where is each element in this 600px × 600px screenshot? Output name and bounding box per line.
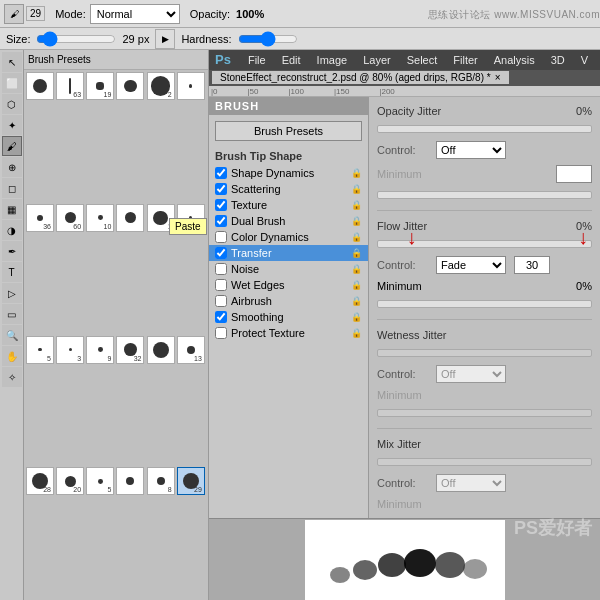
pen-tool[interactable]: ✒ [2,241,22,261]
brush-cell[interactable] [116,72,144,100]
mode-select[interactable]: Normal [90,4,180,24]
magic-wand-tool[interactable]: ✦ [2,115,22,135]
brush-cell[interactable]: 19 [86,72,114,100]
menu-3d[interactable]: 3D [548,54,568,66]
brush-cell[interactable] [177,72,205,100]
menu-select[interactable]: Select [404,54,441,66]
brush-cell[interactable]: 10 [86,204,114,232]
brush-item-checkbox-8[interactable] [215,295,227,307]
flow-control-select[interactable]: Fade [436,256,506,274]
wetness-control-row: Control: Off [377,365,592,383]
menu-filter[interactable]: Filter [450,54,480,66]
opacity-minimum-input[interactable] [556,165,592,183]
doc-tab[interactable]: StoneEffect_reconstruct_2.psd @ 80% (age… [211,70,510,85]
flow-fade-input[interactable] [514,256,550,274]
lasso-tool[interactable]: ⬡ [2,94,22,114]
ruler-mark-150: |150 [334,87,349,96]
hand-tool[interactable]: ✋ [2,346,22,366]
brush-cell[interactable] [116,467,144,495]
brush-cell[interactable] [147,336,175,364]
menu-edit[interactable]: Edit [279,54,304,66]
wetness-minimum-slider[interactable] [377,409,592,417]
brush-cell[interactable]: 8 [147,467,175,495]
brush-cell[interactable]: 20 [56,467,84,495]
type-tool[interactable]: T [2,262,22,282]
brush-cell[interactable]: 36 [26,204,54,232]
brush-list-item-smoothing[interactable]: Smoothing🔒 [209,309,368,325]
brush-cell[interactable]: 63 [56,72,84,100]
brush-list-item-scattering[interactable]: Scattering🔒 [209,181,368,197]
brush-cell[interactable]: 5 [26,336,54,364]
brush-item-checkbox-5[interactable] [215,247,227,259]
gradient-tool[interactable]: ▦ [2,199,22,219]
brush-cell[interactable]: 13 [177,336,205,364]
flow-minimum-slider[interactable] [377,300,592,308]
opacity-minimum-slider[interactable] [377,191,592,199]
path-select-tool[interactable]: ▷ [2,283,22,303]
mix-minimum-row: Minimum [377,498,592,510]
dodge-tool[interactable]: ◑ [2,220,22,240]
divider-1 [377,210,592,211]
brush-list-item-texture[interactable]: Texture🔒 [209,197,368,213]
brush-item-checkbox-0[interactable] [215,167,227,179]
brush-item-checkbox-3[interactable] [215,215,227,227]
brush-cell[interactable] [116,204,144,232]
brush-cell[interactable]: 28 [26,467,54,495]
brush-item-label-7: Wet Edges [231,279,285,291]
menu-layer[interactable]: Layer [360,54,394,66]
wetness-control-select[interactable]: Off [436,365,506,383]
wetness-jitter-label: Wetness Jitter [377,329,467,341]
mix-slider[interactable] [377,458,592,466]
brush-cell[interactable]: 9 [86,336,114,364]
wetness-slider[interactable] [377,349,592,357]
eyedropper-tool[interactable]: ✧ [2,367,22,387]
brush-list-item-protect-texture[interactable]: Protect Texture🔒 [209,325,368,341]
hardness-slider[interactable] [238,34,298,44]
brush-cell[interactable]: 3 [56,336,84,364]
brush-cell[interactable] [26,72,54,100]
brush-list-item-noise[interactable]: Noise🔒 [209,261,368,277]
menu-image[interactable]: Image [314,54,351,66]
marquee-tool[interactable]: ⬜ [2,73,22,93]
opacity-jitter-slider[interactable] [377,125,592,133]
brush-item-checkbox-2[interactable] [215,199,227,211]
brush-item-lock-1: 🔒 [351,184,362,194]
brush-item-checkbox-9[interactable] [215,311,227,323]
brush-item-checkbox-7[interactable] [215,279,227,291]
brush-item-checkbox-10[interactable] [215,327,227,339]
brush-item-checkbox-6[interactable] [215,263,227,275]
shape-tool[interactable]: ▭ [2,304,22,324]
brush-cell[interactable]: 29 [177,467,205,495]
brush-tool[interactable]: 🖌 [2,136,22,156]
menu-more[interactable]: V [578,54,591,66]
brush-tool-icon[interactable]: 🖌 [4,4,24,24]
brush-item-checkbox-4[interactable] [215,231,227,243]
size-cycle-btn[interactable]: ▶ [155,29,175,49]
brush-item-lock-5: 🔒 [351,248,362,258]
menu-file[interactable]: File [245,54,269,66]
brush-cell[interactable]: 60 [56,204,84,232]
zoom-tool[interactable]: 🔍 [2,325,22,345]
size-slider[interactable] [36,34,116,44]
brush-cell[interactable]: 2 [147,72,175,100]
brush-item-checkbox-1[interactable] [215,183,227,195]
brush-cell[interactable]: 32 [116,336,144,364]
doc-tab-title: StoneEffect_reconstruct_2.psd @ 80% (age… [220,72,491,83]
brush-cell[interactable]: 5 [86,467,114,495]
brush-list-item-color-dynamics[interactable]: Color Dynamics🔒 [209,229,368,245]
arrow-tool[interactable]: ↖ [2,52,22,72]
clone-tool[interactable]: ⊕ [2,157,22,177]
brush-list-item-dual-brush[interactable]: Dual Brush🔒 [209,213,368,229]
brush-list-item-airbrush[interactable]: Airbrush🔒 [209,293,368,309]
doc-tab-close[interactable]: × [495,72,501,83]
brush-list-item-shape-dynamics[interactable]: Shape Dynamics🔒 [209,165,368,181]
brush-list-item-wet-edges[interactable]: Wet Edges🔒 [209,277,368,293]
ps-logo: Ps [215,52,231,67]
brush-list-item-transfer[interactable]: Transfer🔒 [209,245,368,261]
eraser-tool[interactable]: ◻ [2,178,22,198]
opacity-control-select[interactable]: Off [436,141,506,159]
brush-presets-btn[interactable]: Brush Presets [215,121,362,141]
flow-minimum-row: Minimum 0% [377,280,592,292]
menu-analysis[interactable]: Analysis [491,54,538,66]
mix-control-select[interactable]: Off [436,474,506,492]
